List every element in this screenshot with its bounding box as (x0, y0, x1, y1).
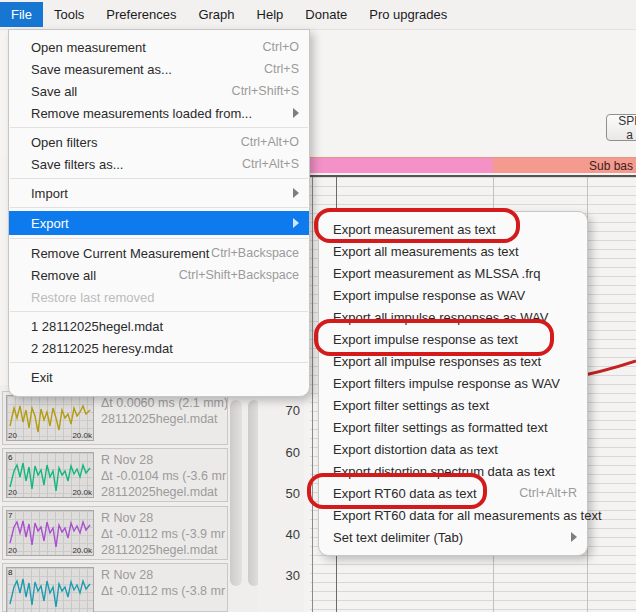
menu-item-save-all[interactable]: Save all Ctrl+Shift+S (9, 80, 309, 102)
freq-max-label: 20.0k (72, 431, 92, 440)
measurement-filename: 28112025hegel.mdat (101, 411, 227, 427)
graph-band-pink (310, 157, 493, 173)
menu-item-export-filter-settings-as-text[interactable]: Export filter settings as text (319, 394, 587, 416)
menu-item-export-all-impulse-responses-as-wav[interactable]: Export all impulse responses as WAV (319, 306, 587, 328)
measurement-index: 7 (8, 511, 12, 520)
menu-separator (10, 178, 308, 179)
y-axis-tick: 50 (286, 486, 300, 501)
menu-item-export-impulse-response-as-text[interactable]: Export impulse response as text (319, 328, 587, 350)
menu-file[interactable]: File (0, 2, 43, 27)
menu-item-restore-last-removed: Restore last removed (9, 286, 309, 308)
submenu-arrow-icon (293, 218, 299, 228)
measurement-thumbnail: 7 20 20.0k (6, 510, 94, 556)
measurement-item[interactable]: 7 20 20.0k R Nov 28 Δt -0.0112 ms (-3.9 … (2, 506, 228, 560)
menu-item-remove-all[interactable]: Remove all Ctrl+Shift+Backspace (9, 264, 309, 286)
menu-preferences[interactable]: Preferences (95, 2, 187, 27)
freq-min-label: 20 (8, 488, 17, 497)
menu-separator (10, 127, 308, 128)
menu-pro-upgrades[interactable]: Pro upgrades (358, 2, 458, 27)
spl-graph-button[interactable]: SPL a (606, 114, 636, 141)
measurement-list: 20 20.0k Δt 0.0060 ms (2.1 mm) 28112025h… (0, 385, 258, 612)
menu-item-export-impulse-response-as-wav[interactable]: Export impulse response as WAV (319, 284, 587, 306)
menu-item-open-measurement[interactable]: Open measurement Ctrl+O (9, 36, 309, 58)
measurement-title: R Nov 28 (101, 567, 227, 583)
menu-item-export-all-impulse-responses-as-text[interactable]: Export all impulse responses as text (319, 350, 587, 372)
measurement-delay: Δt 0.0060 ms (2.1 mm) (101, 395, 227, 411)
menu-item-exit[interactable]: Exit (9, 366, 309, 388)
graph-band-label: Sub bas (589, 159, 633, 173)
measurement-thumbnail: 20 20.0k (6, 395, 94, 441)
measurement-title: R Nov 28 (101, 510, 227, 526)
menu-item-export[interactable]: Export (9, 211, 309, 235)
measurement-index: 8 (8, 568, 12, 577)
menu-donate[interactable]: Donate (294, 2, 358, 27)
mini-frequency-response (7, 568, 93, 612)
menu-item-export-distortion-spectrum-data-as-text[interactable]: Export distortion spectrum data as text (319, 460, 587, 482)
measurement-delay: Δt -0.0104 ms (-3.6 mr (101, 468, 227, 484)
menu-item-export-rt60-data-for-all-measurements-as-text[interactable]: Export RT60 data for all measurements as… (319, 504, 587, 526)
measurement-filename: 28112025hegel.mdat (101, 484, 227, 500)
menu-item-export-measurement-as-text[interactable]: Export measurement as text (319, 218, 587, 240)
menu-item-save-measurement-as[interactable]: Save measurement as... Ctrl+S (9, 58, 309, 80)
measurement-info: R Nov 28 Δt -0.0112 ms (-3.8 mr (94, 564, 227, 611)
menu-item-export-filters-impulse-response-as-wav[interactable]: Export filters impulse response as WAV (319, 372, 587, 394)
measurement-info: Δt 0.0060 ms (2.1 mm) 28112025hegel.mdat (94, 392, 227, 444)
y-axis-tick: 70 (286, 403, 300, 418)
measurement-title: R Nov 28 (101, 452, 227, 468)
menu-item-open-filters[interactable]: Open filters Ctrl+Alt+O (9, 131, 309, 153)
freq-max-label: 20.0k (72, 546, 92, 555)
menu-item-export-all-measurements-as-text[interactable]: Export all measurements as text (319, 240, 587, 262)
submenu-arrow-icon (293, 108, 299, 118)
file-menu: Open measurement Ctrl+O Save measurement… (8, 29, 310, 397)
menu-item-import[interactable]: Import (9, 182, 309, 204)
menu-item-recent-file-1[interactable]: 1 28112025hegel.mdat (9, 315, 309, 337)
menu-item-recent-file-2[interactable]: 2 28112025 heresy.mdat (9, 337, 309, 359)
menu-separator (10, 362, 308, 363)
graph-band-subbass: Sub bas (493, 157, 636, 173)
menu-separator (10, 311, 308, 312)
submenu-arrow-icon (571, 532, 577, 542)
y-axis-tick: 60 (286, 445, 300, 460)
menu-separator (10, 238, 308, 239)
menu-item-export-measurement-as-mlssa-frq[interactable]: Export measurement as MLSSA .frq (319, 262, 587, 284)
menu-separator (10, 207, 308, 208)
measurement-item[interactable]: 20 20.0k Δt 0.0060 ms (2.1 mm) 28112025h… (2, 391, 228, 445)
menu-graph[interactable]: Graph (187, 2, 245, 27)
measurement-item[interactable]: 8 R Nov 28 Δt -0.0112 ms (-3.8 mr (2, 563, 228, 612)
export-submenu: Export measurement as text Export all me… (318, 211, 588, 556)
y-axis-tick: 40 (286, 527, 300, 542)
measurement-thumbnail: 8 (6, 567, 94, 612)
freq-min-label: 20 (8, 431, 17, 440)
y-axis-tick: 30 (286, 568, 300, 583)
freq-min-label: 20 (8, 546, 17, 555)
submenu-arrow-icon (293, 188, 299, 198)
measurement-item[interactable]: 6 20 20.0k R Nov 28 Δt -0.0104 ms (-3.6 … (2, 448, 228, 502)
measurement-index: 6 (8, 453, 12, 462)
menu-item-export-rt60-data-as-text[interactable]: Export RT60 data as text Ctrl+Alt+R (319, 482, 587, 504)
measurement-delay: Δt -0.0112 ms (-3.9 mr (101, 526, 227, 542)
measurement-thumbnail: 6 20 20.0k (6, 452, 94, 498)
measurement-filename: 28112025hegel.mdat (101, 542, 227, 558)
scrollbar-thumb[interactable] (230, 400, 242, 586)
menu-tools[interactable]: Tools (43, 2, 95, 27)
menu-item-remove-measurements-loaded-from[interactable]: Remove measurements loaded from... (9, 102, 309, 124)
menu-item-save-filters-as[interactable]: Save filters as... Ctrl+Alt+S (9, 153, 309, 175)
menu-item-export-filter-settings-as-formatted-text[interactable]: Export filter settings as formatted text (319, 416, 587, 438)
measurement-info: R Nov 28 Δt -0.0112 ms (-3.9 mr 28112025… (94, 507, 227, 559)
menu-item-export-distortion-data-as-text[interactable]: Export distortion data as text (319, 438, 587, 460)
menu-item-remove-current-measurement[interactable]: Remove Current Measurement Ctrl+Backspac… (9, 242, 309, 264)
menu-help[interactable]: Help (246, 2, 295, 27)
menubar: File Tools Preferences Graph Help Donate… (0, 0, 636, 30)
freq-max-label: 20.0k (72, 488, 92, 497)
measurement-info: R Nov 28 Δt -0.0104 ms (-3.6 mr 28112025… (94, 449, 227, 501)
measurement-delay: Δt -0.0112 ms (-3.8 mr (101, 583, 227, 599)
menu-item-set-text-delimiter[interactable]: Set text delimiter (Tab) (319, 526, 587, 548)
